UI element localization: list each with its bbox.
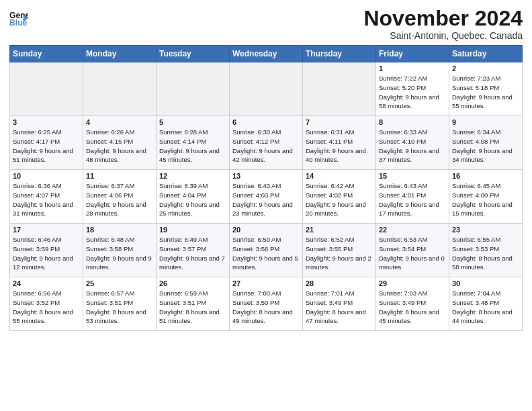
day-cell: 18Sunrise: 6:48 AMSunset: 3:58 PMDayligh… [83, 224, 157, 277]
day-info: Sunrise: 7:00 AMSunset: 3:50 PMDaylight:… [232, 289, 300, 326]
day-number: 25 [86, 279, 153, 287]
day-info: Sunrise: 6:39 AMSunset: 4:04 PMDaylight:… [159, 181, 226, 218]
sunrise: Sunrise: 7:23 AM [452, 75, 500, 82]
day-cell: 9Sunrise: 6:34 AMSunset: 4:08 PMDaylight… [449, 116, 523, 170]
day-number: 2 [452, 64, 519, 73]
day-cell: 15Sunrise: 6:43 AMSunset: 4:01 PMDayligh… [376, 170, 449, 224]
day-cell: 24Sunrise: 6:56 AMSunset: 3:52 PMDayligh… [10, 277, 83, 331]
sunrise: Sunrise: 6:46 AM [13, 236, 61, 243]
sunset: Sunset: 4:03 PM [232, 191, 279, 199]
day-number: 23 [452, 226, 519, 234]
daylight: Daylight: 9 hours and 45 minutes. [159, 147, 220, 164]
day-number: 11 [86, 172, 153, 180]
sunset: Sunset: 3:51 PM [86, 299, 133, 306]
day-info: Sunrise: 6:53 AMSunset: 3:54 PMDaylight:… [379, 235, 446, 272]
sunrise: Sunrise: 6:50 AM [232, 236, 281, 243]
day-cell: 26Sunrise: 6:59 AMSunset: 3:51 PMDayligh… [157, 277, 230, 331]
day-info: Sunrise: 6:52 AMSunset: 3:55 PMDaylight:… [306, 235, 373, 272]
header-row: Sunday Monday Tuesday Wednesday Thursday… [10, 46, 523, 62]
sunset: Sunset: 4:04 PM [159, 191, 206, 199]
day-cell: 3Sunrise: 6:25 AMSunset: 4:17 PMDaylight… [10, 116, 83, 170]
sunset: Sunset: 4:06 PM [86, 191, 133, 199]
day-info: Sunrise: 6:26 AMSunset: 4:15 PMDaylight:… [86, 128, 153, 165]
col-friday: Friday [376, 46, 449, 62]
day-info: Sunrise: 6:30 AMSunset: 4:12 PMDaylight:… [232, 128, 300, 165]
month-title: November 2024 [363, 7, 523, 30]
day-info: Sunrise: 6:45 AMSunset: 4:00 PMDaylight:… [452, 181, 519, 218]
day-info: Sunrise: 7:03 AMSunset: 3:49 PMDaylight:… [379, 289, 446, 326]
week-row-1: 1Sunrise: 7:22 AMSunset: 5:20 PMDaylight… [10, 62, 523, 116]
day-info: Sunrise: 6:42 AMSunset: 4:02 PMDaylight:… [306, 181, 373, 218]
sunset: Sunset: 3:50 PM [232, 299, 279, 306]
day-info: Sunrise: 6:34 AMSunset: 4:08 PMDaylight:… [452, 128, 519, 165]
day-info: Sunrise: 6:28 AMSunset: 4:14 PMDaylight:… [159, 128, 226, 165]
daylight: Daylight: 9 hours and 5 minutes. [232, 255, 298, 271]
sunset: Sunset: 4:14 PM [159, 138, 206, 145]
day-info: Sunrise: 6:36 AMSunset: 4:07 PMDaylight:… [13, 181, 80, 218]
daylight: Daylight: 9 hours and 25 minutes. [159, 201, 220, 218]
day-number: 19 [159, 226, 226, 234]
col-tuesday: Tuesday [157, 46, 230, 62]
sunset: Sunset: 3:53 PM [452, 245, 499, 253]
daylight: Daylight: 8 hours and 55 minutes. [13, 308, 73, 325]
sunset: Sunset: 4:17 PM [13, 138, 60, 145]
sunrise: Sunrise: 7:03 AM [379, 289, 427, 297]
col-wednesday: Wednesday [230, 46, 303, 62]
sunset: Sunset: 4:07 PM [13, 191, 60, 199]
sunrise: Sunrise: 6:59 AM [159, 289, 208, 297]
day-cell: 29Sunrise: 7:03 AMSunset: 3:49 PMDayligh… [376, 277, 449, 331]
sunset: Sunset: 4:12 PM [232, 138, 279, 145]
daylight: Daylight: 9 hours and 31 minutes. [13, 201, 73, 218]
location: Saint-Antonin, Quebec, Canada [363, 30, 523, 41]
day-cell: 23Sunrise: 6:55 AMSunset: 3:53 PMDayligh… [449, 224, 523, 277]
day-info: Sunrise: 6:46 AMSunset: 3:59 PMDaylight:… [13, 235, 80, 272]
sunset: Sunset: 4:15 PM [86, 138, 133, 145]
day-cell [83, 62, 157, 116]
sunrise: Sunrise: 6:26 AM [86, 128, 134, 136]
daylight: Daylight: 8 hours and 47 minutes. [306, 308, 366, 325]
daylight: Daylight: 9 hours and 9 minutes. [86, 255, 152, 271]
daylight: Daylight: 8 hours and 45 minutes. [379, 308, 439, 325]
day-number: 30 [452, 279, 519, 287]
col-thursday: Thursday [303, 46, 376, 62]
sunrise: Sunrise: 6:28 AM [159, 128, 208, 136]
day-cell [10, 62, 83, 116]
day-info: Sunrise: 6:48 AMSunset: 3:58 PMDaylight:… [86, 235, 153, 272]
daylight: Daylight: 8 hours and 51 minutes. [159, 308, 220, 325]
daylight: Daylight: 9 hours and 58 minutes. [379, 93, 439, 110]
day-number: 10 [13, 172, 80, 180]
day-cell: 19Sunrise: 6:49 AMSunset: 3:57 PMDayligh… [157, 224, 230, 277]
sunset: Sunset: 4:10 PM [379, 138, 426, 145]
daylight: Daylight: 9 hours and 51 minutes. [13, 147, 73, 164]
day-number: 15 [379, 172, 446, 180]
sunset: Sunset: 3:51 PM [159, 299, 206, 306]
col-monday: Monday [83, 46, 157, 62]
sunrise: Sunrise: 6:45 AM [452, 182, 500, 189]
week-row-3: 10Sunrise: 6:36 AMSunset: 4:07 PMDayligh… [10, 170, 523, 224]
sunrise: Sunrise: 6:53 AM [379, 236, 427, 243]
sunrise: Sunrise: 6:48 AM [86, 236, 134, 243]
daylight: Daylight: 9 hours and 15 minutes. [452, 201, 513, 218]
sunrise: Sunrise: 6:30 AM [232, 128, 281, 136]
sunset: Sunset: 4:02 PM [306, 191, 353, 199]
day-cell: 11Sunrise: 6:37 AMSunset: 4:06 PMDayligh… [83, 170, 157, 224]
daylight: Daylight: 9 hours and 42 minutes. [232, 147, 293, 164]
day-info: Sunrise: 6:55 AMSunset: 3:53 PMDaylight:… [452, 235, 519, 272]
day-cell: 2Sunrise: 7:23 AMSunset: 5:18 PMDaylight… [449, 62, 523, 116]
calendar-table: Sunday Monday Tuesday Wednesday Thursday… [9, 45, 523, 331]
day-info: Sunrise: 6:57 AMSunset: 3:51 PMDaylight:… [86, 289, 153, 326]
day-number: 21 [306, 226, 373, 234]
sunrise: Sunrise: 7:22 AM [379, 75, 427, 82]
sunrise: Sunrise: 7:01 AM [306, 289, 354, 297]
sunrise: Sunrise: 6:34 AM [452, 128, 500, 136]
week-row-5: 24Sunrise: 6:56 AMSunset: 3:52 PMDayligh… [10, 277, 523, 331]
sunrise: Sunrise: 7:00 AM [232, 289, 281, 297]
sunset: Sunset: 4:08 PM [452, 138, 499, 145]
sunrise: Sunrise: 6:40 AM [232, 182, 281, 189]
daylight: Daylight: 8 hours and 58 minutes. [452, 255, 513, 271]
day-number: 20 [232, 226, 300, 234]
day-cell: 12Sunrise: 6:39 AMSunset: 4:04 PMDayligh… [157, 170, 230, 224]
sunrise: Sunrise: 6:33 AM [379, 128, 427, 136]
daylight: Daylight: 8 hours and 49 minutes. [232, 308, 293, 325]
daylight: Daylight: 9 hours and 48 minutes. [86, 147, 146, 164]
